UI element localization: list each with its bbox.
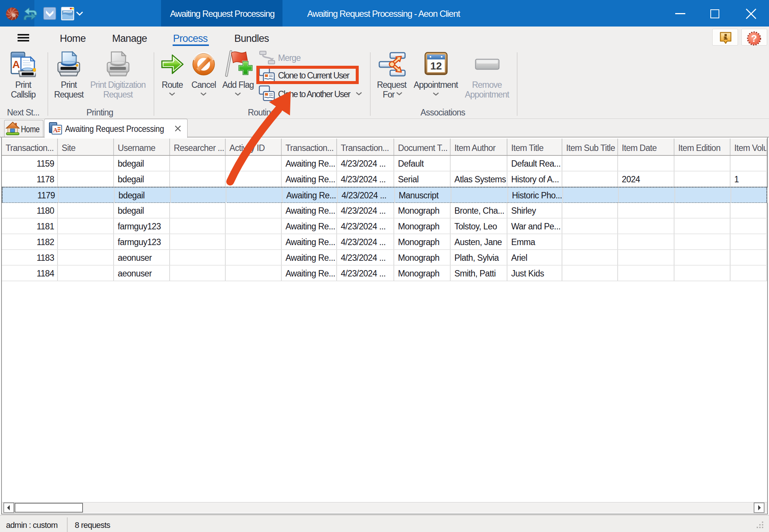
svg-text:?: ? <box>751 33 757 44</box>
svg-text:A: A <box>12 59 20 70</box>
svg-text:12: 12 <box>430 60 442 72</box>
svg-text:A: A <box>53 127 58 134</box>
